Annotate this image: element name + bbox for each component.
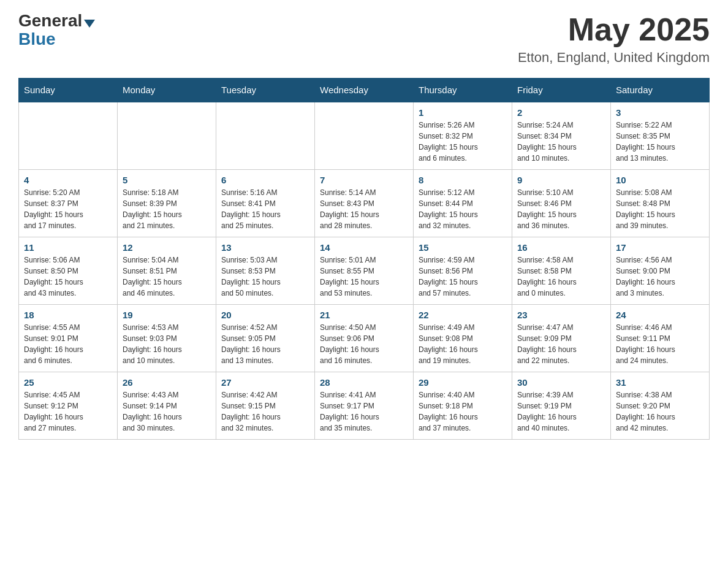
table-row: 12Sunrise: 5:04 AMSunset: 8:51 PMDayligh… — [118, 237, 216, 304]
table-row: 15Sunrise: 4:59 AMSunset: 8:56 PMDayligh… — [414, 237, 512, 304]
day-number: 2 — [517, 107, 605, 118]
month-title: May 2025 — [518, 12, 710, 47]
day-info: Sunrise: 5:24 AMSunset: 8:34 PMDaylight:… — [517, 121, 577, 163]
table-row: 7Sunrise: 5:14 AMSunset: 8:43 PMDaylight… — [315, 169, 414, 237]
table-row: 20Sunrise: 4:52 AMSunset: 9:05 PMDayligh… — [216, 304, 315, 372]
table-row: 8Sunrise: 5:12 AMSunset: 8:44 PMDaylight… — [414, 169, 512, 237]
table-row — [315, 102, 414, 169]
day-info: Sunrise: 5:22 AMSunset: 8:35 PMDaylight:… — [616, 121, 675, 163]
day-number: 1 — [419, 107, 507, 118]
day-number: 12 — [123, 242, 211, 253]
table-row: 21Sunrise: 4:50 AMSunset: 9:06 PMDayligh… — [315, 304, 414, 372]
day-info: Sunrise: 4:45 AMSunset: 9:12 PMDaylight:… — [24, 391, 83, 432]
table-row: 10Sunrise: 5:08 AMSunset: 8:48 PMDayligh… — [611, 169, 710, 237]
day-number: 31 — [616, 377, 704, 388]
day-number: 25 — [24, 377, 112, 388]
header-monday: Monday — [118, 79, 216, 102]
day-info: Sunrise: 5:20 AMSunset: 8:37 PMDaylight:… — [24, 188, 83, 230]
day-number: 3 — [616, 107, 704, 118]
header-thursday: Thursday — [414, 79, 512, 102]
table-row: 19Sunrise: 4:53 AMSunset: 9:03 PMDayligh… — [118, 304, 216, 372]
table-row: 1Sunrise: 5:26 AMSunset: 8:32 PMDaylight… — [414, 102, 512, 169]
day-info: Sunrise: 4:46 AMSunset: 9:11 PMDaylight:… — [616, 323, 675, 365]
table-row: 28Sunrise: 4:41 AMSunset: 9:17 PMDayligh… — [315, 372, 414, 439]
table-row: 31Sunrise: 4:38 AMSunset: 9:20 PMDayligh… — [611, 372, 710, 439]
header-tuesday: Tuesday — [216, 79, 315, 102]
day-number: 15 — [419, 242, 507, 253]
table-row: 6Sunrise: 5:16 AMSunset: 8:41 PMDaylight… — [216, 169, 315, 237]
day-number: 6 — [221, 175, 309, 185]
title-block: May 2025 Etton, England, United Kingdom — [518, 12, 710, 66]
header-wednesday: Wednesday — [315, 79, 414, 102]
day-number: 9 — [517, 175, 605, 185]
day-number: 16 — [517, 242, 605, 253]
day-info: Sunrise: 4:40 AMSunset: 9:18 PMDaylight:… — [419, 391, 478, 432]
table-row: 3Sunrise: 5:22 AMSunset: 8:35 PMDaylight… — [611, 102, 710, 169]
day-info: Sunrise: 5:04 AMSunset: 8:51 PMDaylight:… — [123, 256, 182, 297]
table-row — [19, 102, 118, 169]
day-info: Sunrise: 5:12 AMSunset: 8:44 PMDaylight:… — [419, 188, 478, 230]
calendar-table: Sunday Monday Tuesday Wednesday Thursday… — [18, 78, 710, 440]
header-sunday: Sunday — [19, 79, 118, 102]
day-number: 5 — [123, 175, 211, 185]
header-friday: Friday — [512, 79, 611, 102]
day-info: Sunrise: 5:08 AMSunset: 8:48 PMDaylight:… — [616, 188, 675, 230]
day-number: 21 — [320, 310, 408, 320]
table-row: 27Sunrise: 4:42 AMSunset: 9:15 PMDayligh… — [216, 372, 315, 439]
day-number: 10 — [616, 175, 704, 185]
day-info: Sunrise: 4:59 AMSunset: 8:56 PMDaylight:… — [419, 256, 478, 297]
day-info: Sunrise: 5:14 AMSunset: 8:43 PMDaylight:… — [320, 188, 379, 230]
day-number: 13 — [221, 242, 309, 253]
day-info: Sunrise: 5:03 AMSunset: 8:53 PMDaylight:… — [221, 256, 281, 297]
day-info: Sunrise: 5:18 AMSunset: 8:39 PMDaylight:… — [123, 188, 182, 230]
table-row — [216, 102, 315, 169]
day-info: Sunrise: 5:26 AMSunset: 8:32 PMDaylight:… — [419, 121, 478, 163]
table-row: 30Sunrise: 4:39 AMSunset: 9:19 PMDayligh… — [512, 372, 611, 439]
day-info: Sunrise: 4:49 AMSunset: 9:08 PMDaylight:… — [419, 323, 478, 365]
day-info: Sunrise: 4:56 AMSunset: 9:00 PMDaylight:… — [616, 256, 675, 297]
calendar-week-row: 25Sunrise: 4:45 AMSunset: 9:12 PMDayligh… — [19, 372, 710, 439]
day-info: Sunrise: 4:50 AMSunset: 9:06 PMDaylight:… — [320, 323, 379, 365]
table-row: 11Sunrise: 5:06 AMSunset: 8:50 PMDayligh… — [19, 237, 118, 304]
table-row: 17Sunrise: 4:56 AMSunset: 9:00 PMDayligh… — [611, 237, 710, 304]
logo-general-text: General — [18, 12, 82, 29]
day-number: 19 — [123, 310, 211, 320]
day-number: 22 — [419, 310, 507, 320]
location-title: Etton, England, United Kingdom — [518, 50, 710, 66]
day-number: 8 — [419, 175, 507, 185]
table-row: 23Sunrise: 4:47 AMSunset: 9:09 PMDayligh… — [512, 304, 611, 372]
calendar-week-row: 1Sunrise: 5:26 AMSunset: 8:32 PMDaylight… — [19, 102, 710, 169]
logo: General Blue — [18, 12, 95, 49]
day-number: 26 — [123, 377, 211, 388]
table-row: 2Sunrise: 5:24 AMSunset: 8:34 PMDaylight… — [512, 102, 611, 169]
page-header: General Blue May 2025 Etton, England, Un… — [18, 12, 710, 66]
day-info: Sunrise: 5:06 AMSunset: 8:50 PMDaylight:… — [24, 256, 83, 297]
logo-blue-text: Blue — [18, 29, 56, 48]
calendar-week-row: 18Sunrise: 4:55 AMSunset: 9:01 PMDayligh… — [19, 304, 710, 372]
day-number: 24 — [616, 310, 704, 320]
table-row: 13Sunrise: 5:03 AMSunset: 8:53 PMDayligh… — [216, 237, 315, 304]
day-number: 4 — [24, 175, 112, 185]
day-info: Sunrise: 4:38 AMSunset: 9:20 PMDaylight:… — [616, 391, 675, 432]
table-row: 22Sunrise: 4:49 AMSunset: 9:08 PMDayligh… — [414, 304, 512, 372]
day-number: 27 — [221, 377, 309, 388]
day-info: Sunrise: 4:43 AMSunset: 9:14 PMDaylight:… — [123, 391, 182, 432]
day-number: 11 — [24, 242, 112, 253]
day-info: Sunrise: 4:47 AMSunset: 9:09 PMDaylight:… — [517, 323, 577, 365]
day-info: Sunrise: 4:55 AMSunset: 9:01 PMDaylight:… — [24, 323, 83, 365]
table-row: 4Sunrise: 5:20 AMSunset: 8:37 PMDaylight… — [19, 169, 118, 237]
day-number: 20 — [221, 310, 309, 320]
table-row: 5Sunrise: 5:18 AMSunset: 8:39 PMDaylight… — [118, 169, 216, 237]
table-row: 9Sunrise: 5:10 AMSunset: 8:46 PMDaylight… — [512, 169, 611, 237]
table-row: 16Sunrise: 4:58 AMSunset: 8:58 PMDayligh… — [512, 237, 611, 304]
day-number: 23 — [517, 310, 605, 320]
logo-triangle-icon — [84, 20, 95, 28]
day-number: 14 — [320, 242, 408, 253]
day-info: Sunrise: 4:58 AMSunset: 8:58 PMDaylight:… — [517, 256, 577, 297]
table-row: 18Sunrise: 4:55 AMSunset: 9:01 PMDayligh… — [19, 304, 118, 372]
table-row — [118, 102, 216, 169]
table-row: 26Sunrise: 4:43 AMSunset: 9:14 PMDayligh… — [118, 372, 216, 439]
weekday-header-row: Sunday Monday Tuesday Wednesday Thursday… — [19, 79, 710, 102]
calendar-week-row: 11Sunrise: 5:06 AMSunset: 8:50 PMDayligh… — [19, 237, 710, 304]
day-info: Sunrise: 4:42 AMSunset: 9:15 PMDaylight:… — [221, 391, 281, 432]
